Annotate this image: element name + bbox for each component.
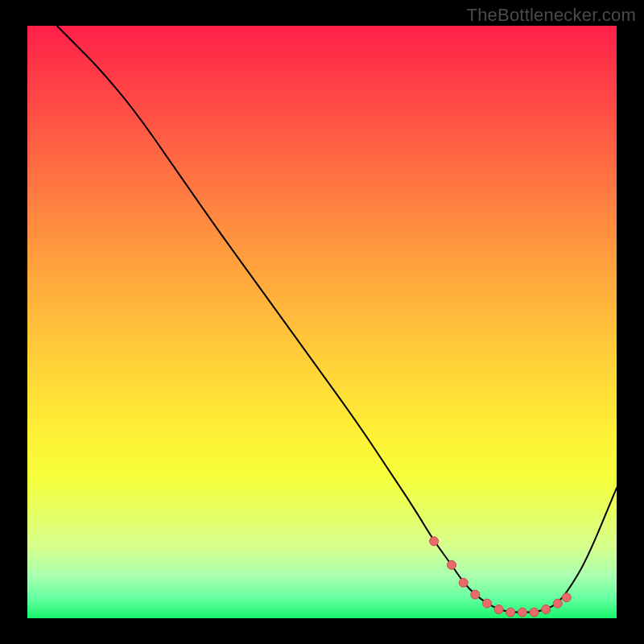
bottleneck-curve <box>27 26 617 618</box>
curve-line <box>57 26 617 613</box>
floor-markers <box>430 537 572 617</box>
floor-marker <box>494 605 503 614</box>
floor-marker <box>459 578 468 587</box>
floor-marker <box>471 590 480 599</box>
floor-marker <box>562 593 571 602</box>
floor-marker <box>506 608 515 617</box>
floor-marker <box>430 537 439 546</box>
floor-marker <box>530 608 539 617</box>
floor-marker <box>483 599 492 608</box>
plot-area <box>27 26 617 618</box>
floor-marker <box>553 599 562 608</box>
floor-marker <box>518 608 526 617</box>
watermark-text: TheBottlenecker.com <box>467 5 636 26</box>
floor-marker <box>448 560 456 569</box>
floor-marker <box>542 605 551 614</box>
chart-frame: TheBottlenecker.com <box>0 0 644 644</box>
